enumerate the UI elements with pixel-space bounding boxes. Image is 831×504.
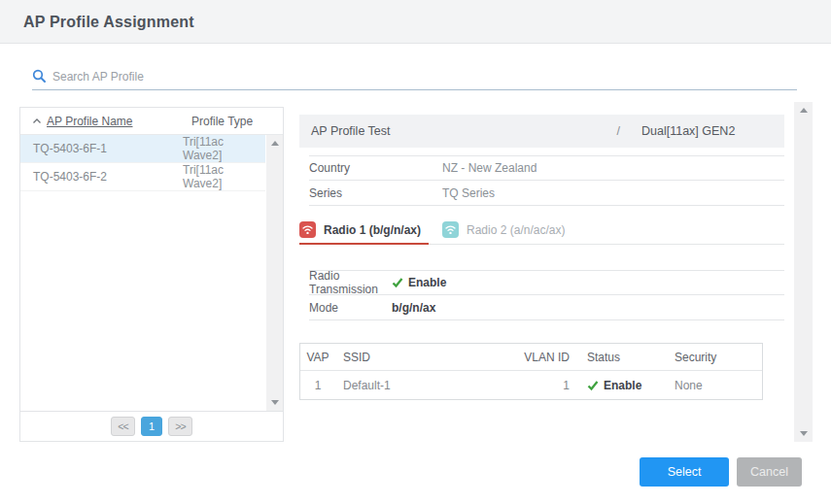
profile-type: Tri[11ac Wave2] — [183, 135, 265, 162]
mode-label: Mode — [309, 301, 392, 315]
tab-radio-1-label: Radio 1 (b/g/n/ax) — [324, 223, 421, 237]
ap-profile-assignment-dialog: AP Profile Assignment AP Profile Name Pr… — [0, 0, 831, 504]
profile-name: TQ-5403-6F-2 — [33, 170, 107, 184]
vap-cell: 1 — [300, 379, 335, 392]
status-cell: Enable — [575, 379, 665, 392]
vlan-id-header: VLAN ID — [507, 351, 575, 364]
scroll-up-icon[interactable] — [271, 141, 279, 146]
column-header-profile-type: Profile Type — [191, 115, 253, 128]
pagination-page-1-button[interactable]: 1 — [141, 417, 162, 436]
profile-list-body: TQ-5403-6F-1 Tri[11ac Wave2] TQ-5403-6F-… — [20, 135, 283, 411]
search-icon — [32, 69, 47, 84]
profile-list-scrollbar[interactable] — [266, 135, 283, 411]
detail-scrollbar[interactable] — [794, 102, 813, 442]
ssid-header: SSID — [335, 351, 507, 364]
cancel-button[interactable]: Cancel — [737, 457, 802, 487]
pagination: << 1 >> — [20, 411, 283, 441]
profile-detail-panel: AP Profile Test / Dual[11ax] GEN2 Countr… — [284, 102, 813, 442]
status-header: Status — [575, 351, 665, 364]
radio2-wifi-icon — [442, 221, 459, 238]
radio1-wifi-icon — [299, 221, 316, 238]
profile-detail-name: AP Profile Test — [311, 124, 617, 138]
radio-transmission-label: Radio Transmission — [309, 269, 392, 296]
scroll-down-icon[interactable] — [271, 400, 279, 405]
sort-ascending-icon — [32, 118, 42, 124]
security-header: Security — [665, 351, 762, 364]
dialog-header: AP Profile Assignment — [0, 0, 831, 44]
profile-list-panel: AP Profile Name Profile Type TQ-5403-6F-… — [19, 107, 284, 442]
mode-row: Mode b/g/n/ax — [309, 295, 784, 320]
profile-name: TQ-5403-6F-1 — [33, 142, 107, 155]
profile-list-header: AP Profile Name Profile Type — [20, 108, 283, 135]
country-value: NZ - New Zealand — [442, 161, 537, 175]
tab-radio-2-label: Radio 2 (a/n/ac/ax) — [467, 223, 565, 237]
vap-header: VAP — [300, 351, 335, 364]
check-icon — [392, 277, 403, 288]
scroll-down-icon[interactable] — [800, 431, 808, 436]
select-button[interactable]: Select — [640, 457, 729, 487]
search-bar — [32, 63, 797, 90]
check-icon — [587, 380, 599, 391]
profile-row[interactable]: TQ-5403-6F-2 Tri[11ac Wave2] — [20, 163, 265, 191]
vlan-id-cell: 1 — [507, 379, 575, 392]
search-input[interactable] — [52, 70, 797, 84]
security-cell: None — [665, 379, 762, 392]
series-label: Series — [309, 186, 442, 200]
pagination-prev-button[interactable]: << — [111, 417, 135, 436]
scroll-up-icon[interactable] — [800, 108, 808, 113]
status-value: Enable — [604, 379, 641, 392]
tab-radio-2[interactable]: Radio 2 (a/n/ac/ax) — [436, 216, 580, 244]
profile-type: Tri[11ac Wave2] — [183, 163, 265, 190]
tab-radio-1[interactable]: Radio 1 (b/g/n/ax) — [299, 216, 436, 244]
vap-table-row: 1 Default-1 1 Enable None — [300, 371, 762, 399]
mode-value: b/g/n/ax — [392, 301, 435, 315]
vap-table-header: VAP SSID VLAN ID Status Security — [300, 344, 762, 371]
radio-settings-section: Radio Transmission Enable Mode b/g/n/ax — [299, 270, 784, 320]
profile-detail-model: Dual[11ax] GEN2 — [620, 124, 773, 138]
vap-table: VAP SSID VLAN ID Status Security 1 Defau… — [299, 343, 763, 400]
column-header-ap-profile-name[interactable]: AP Profile Name — [47, 115, 132, 128]
page-title: AP Profile Assignment — [23, 0, 194, 44]
radio-transmission-value: Enable — [408, 276, 446, 289]
info-row-country: Country NZ - New Zealand — [309, 155, 784, 181]
pagination-next-button[interactable]: >> — [168, 417, 192, 436]
profile-row-selected[interactable]: TQ-5403-6F-1 Tri[11ac Wave2] — [20, 135, 265, 163]
radio-transmission-row: Radio Transmission Enable — [309, 270, 784, 295]
profile-detail-titlebar: AP Profile Test / Dual[11ax] GEN2 — [299, 115, 784, 148]
series-value: TQ Series — [442, 186, 495, 200]
info-row-series: Series TQ Series — [309, 181, 784, 206]
radio-tabs: Radio 1 (b/g/n/ax) Radio 2 (a/n/ac/ax) — [299, 216, 784, 245]
profile-info-section: Country NZ - New Zealand Series TQ Serie… — [299, 155, 784, 206]
ssid-cell: Default-1 — [335, 379, 507, 392]
country-label: Country — [309, 161, 442, 175]
